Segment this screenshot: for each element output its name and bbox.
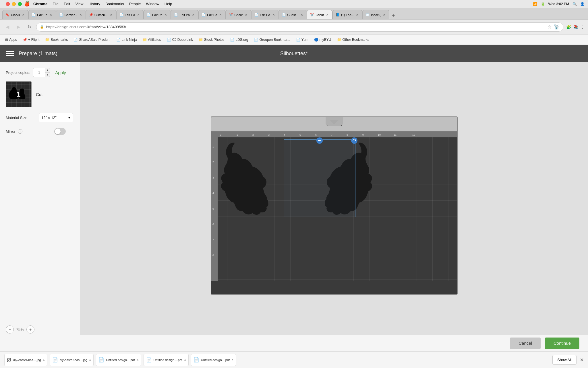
tab-close-icon[interactable]: ✕ xyxy=(300,13,304,17)
tab-clarks[interactable]: 🔖 Clarks ✕ xyxy=(2,10,28,19)
download-file-icon: 📄 xyxy=(194,357,199,363)
mirror-info-icon[interactable]: i xyxy=(18,129,22,134)
tab-editpo-6[interactable]: 📄 Edit Po ✕ xyxy=(251,10,278,19)
bookmark-mybyu[interactable]: 🔵 myBYU xyxy=(312,37,334,43)
stockphotos-icon: 📁 xyxy=(199,38,203,42)
tab-close-icon[interactable]: ✕ xyxy=(218,13,223,17)
bookmark-label: Groupon Bookmar... xyxy=(259,38,290,42)
close-button[interactable] xyxy=(6,2,10,6)
bookmark-apps[interactable]: ⊞ Apps xyxy=(3,37,19,43)
bookmark-shareasale[interactable]: 📄 ShareASale Produ... xyxy=(71,37,113,43)
tab-close-icon[interactable]: ✕ xyxy=(382,13,386,17)
tab-label: Edit Po xyxy=(152,13,162,17)
tab-close-icon[interactable]: ✕ xyxy=(325,13,329,17)
tab-inbox[interactable]: ✉️ Inbox ( ✕ xyxy=(362,10,389,19)
search-icon[interactable]: 🔍 xyxy=(572,2,577,6)
copies-input[interactable] xyxy=(33,70,45,75)
tab-editpo-2[interactable]: 📄 Edit Po ✕ xyxy=(116,10,144,19)
download-item-4[interactable]: 📄 Untitled design....pdf ∧ xyxy=(144,354,189,366)
bookmark-groupon[interactable]: 📄 Groupon Bookmar... xyxy=(252,37,292,43)
back-button[interactable]: ◀ xyxy=(3,23,11,31)
bookmark-stockphotos[interactable]: 📁 Stock Photos xyxy=(196,37,227,43)
bookmark-other[interactable]: 📁 Other Bookmarks xyxy=(335,37,372,43)
menu-history[interactable]: History xyxy=(88,2,100,6)
download-item-3[interactable]: 📄 Untitled design....pdf ∧ xyxy=(96,354,141,366)
bookmark-star-icon[interactable]: ☆ xyxy=(548,24,552,30)
mirror-section: Mirror i xyxy=(0,126,80,139)
continue-button[interactable]: Continue xyxy=(545,338,579,349)
tab-cricut-1[interactable]: ✂️ Cricut ✕ xyxy=(226,10,251,19)
user-icon[interactable]: 👤 xyxy=(580,2,585,6)
menu-view[interactable]: View xyxy=(75,2,83,6)
battery-icon: 🔋 xyxy=(541,2,545,6)
forward-button[interactable]: ▶ xyxy=(14,23,22,31)
menu-bookmarks[interactable]: Bookmarks xyxy=(105,2,124,6)
copies-up-arrow[interactable]: ▲ xyxy=(45,68,50,73)
menu-edit[interactable]: Edit xyxy=(64,2,70,6)
tab-cricut-active[interactable]: ✂️ Cricut ✕ xyxy=(307,10,332,19)
bookmark-lds[interactable]: 📄 LDS.org xyxy=(228,37,250,43)
copies-down-arrow[interactable]: ▼ xyxy=(45,73,50,77)
selection-handle-top[interactable] xyxy=(316,137,323,144)
rotate-icon xyxy=(352,139,356,143)
hamburger-menu[interactable] xyxy=(6,49,14,58)
tab-close-icon[interactable]: ✕ xyxy=(21,13,25,17)
refresh-button[interactable]: ↻ xyxy=(25,23,33,31)
tab-close-icon[interactable]: ✕ xyxy=(244,13,248,17)
bookmark-cjdeeplink[interactable]: 📄 CJ Deep Link xyxy=(165,37,195,43)
tab-conver[interactable]: 📄 Conver... ✕ xyxy=(56,10,86,19)
bookmark-linkninja[interactable]: 📄 Link Ninja xyxy=(114,37,139,43)
tab-editpo-1[interactable]: 📄 Edit Po ✕ xyxy=(28,10,56,19)
new-tab-button[interactable]: ＋ xyxy=(389,11,397,19)
tab-close-icon[interactable]: ✕ xyxy=(355,13,359,17)
menu-window[interactable]: Window xyxy=(146,2,159,6)
tab-close-icon[interactable]: ✕ xyxy=(272,13,276,17)
cancel-button[interactable]: Cancel xyxy=(510,338,541,349)
download-item-5[interactable]: 📄 Untitled design....pdf ∧ xyxy=(191,354,236,366)
material-size-select[interactable]: 12" × 12" ▼ xyxy=(39,113,73,122)
tab-close-icon[interactable]: ✕ xyxy=(164,13,168,17)
tab-facebook[interactable]: 📘 (1) Fac... ✕ xyxy=(332,10,362,19)
tab-editpo-3[interactable]: 📄 Edit Po ✕ xyxy=(144,10,171,19)
download-item-2[interactable]: 📄 diy-easter-bas....jpg ∧ xyxy=(50,354,94,366)
tab-close-icon[interactable]: ✕ xyxy=(79,13,83,17)
tab-close-icon[interactable]: ✕ xyxy=(109,13,113,17)
tab-close-icon[interactable]: ✕ xyxy=(136,13,140,17)
layers-icon[interactable]: 📚 xyxy=(573,25,578,29)
copies-input-wrapper: ▲ ▼ xyxy=(33,68,50,77)
maximize-button[interactable] xyxy=(18,2,22,6)
bookmark-yum[interactable]: 📄 Yum xyxy=(294,37,311,43)
show-all-button[interactable]: Show All xyxy=(552,355,577,365)
zoom-out-button[interactable]: − xyxy=(6,325,14,334)
zoom-in-button[interactable]: + xyxy=(26,325,34,334)
apply-button[interactable]: Apply xyxy=(53,69,68,76)
menu-people[interactable]: People xyxy=(129,2,141,6)
more-icon[interactable]: ⋮ xyxy=(581,25,585,29)
tabbar: 🔖 Clarks ✕ 📄 Edit Po ✕ 📄 Conver... ✕ 📌 S… xyxy=(0,8,588,20)
downloads-close-icon[interactable]: ✕ xyxy=(580,357,584,363)
url-bar[interactable]: 🔒 https://design.cricut.com/#/mat/view/1… xyxy=(36,22,563,32)
extensions-icon[interactable]: 🧩 xyxy=(566,25,571,29)
menu-help[interactable]: Help xyxy=(165,2,172,6)
download-item-1[interactable]: 🖼 diy-easter-bas....jpg ∧ xyxy=(4,354,47,366)
bookmark-affiliates[interactable]: 📁 Affiliates xyxy=(140,37,163,43)
mirror-toggle[interactable] xyxy=(54,128,66,135)
tab-guests[interactable]: 📄 Guest... ✕ xyxy=(279,10,307,19)
selection-handle-rotate[interactable] xyxy=(351,137,357,144)
zoom-level: 75% xyxy=(16,327,24,332)
tab-favicon: 📄 xyxy=(254,13,258,17)
tab-editpo-5[interactable]: 📄 Edit Po ✕ xyxy=(198,10,226,19)
tab-editpo-4[interactable]: 📄 Edit Po ✕ xyxy=(171,10,198,19)
cast-icon[interactable]: 📡 xyxy=(554,24,560,30)
menu-chrome[interactable]: Chrome xyxy=(33,2,47,6)
tab-close-icon[interactable]: ✕ xyxy=(49,13,53,17)
action-buttons-bar: Cancel Continue xyxy=(0,335,588,351)
minimize-button[interactable] xyxy=(12,2,16,6)
ruler-v-6: 6 xyxy=(212,223,214,226)
apple-menu-icon[interactable]: 🍎 xyxy=(24,1,30,7)
tab-close-icon[interactable]: ✕ xyxy=(191,13,195,17)
menu-file[interactable]: File xyxy=(53,2,59,6)
bookmark-flipit[interactable]: 📌 + Flip it xyxy=(20,37,42,43)
tab-subscri[interactable]: 📌 Subscri... ✕ xyxy=(86,10,116,19)
bookmark-bookmarks[interactable]: 📁 Bookmarks xyxy=(43,37,70,43)
